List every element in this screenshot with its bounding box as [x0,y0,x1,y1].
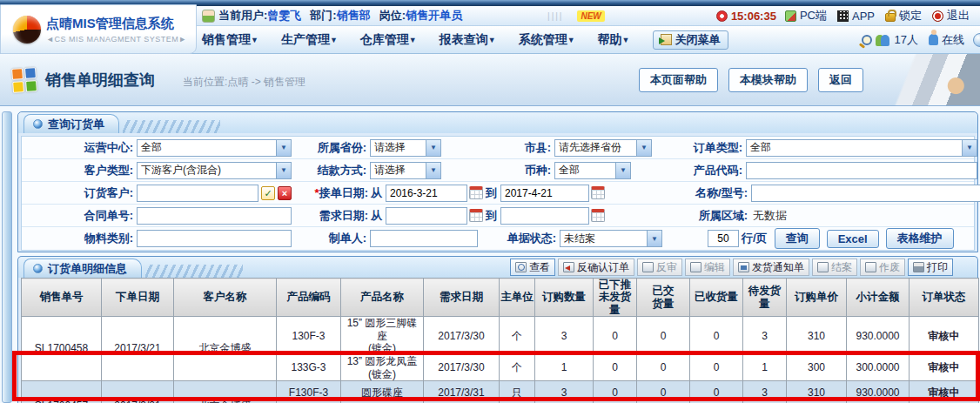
demand-date-from-input[interactable] [386,207,467,225]
cell-unit[interactable]: 个 [500,317,535,355]
table-maintain-button[interactable]: 表格维护 [886,228,954,249]
menu-item-5[interactable]: 帮助▼ [598,32,630,48]
name-model-input[interactable] [751,185,980,202]
lock-label[interactable]: 锁定 [899,8,922,24]
cell-code[interactable]: 133G-3 [277,355,341,381]
toolbar-button-delivery-note[interactable]: 发货通知单 [733,259,809,276]
excel-button[interactable]: Excel [827,230,879,248]
contract-no-input[interactable] [137,207,292,225]
app-label[interactable]: APP [852,10,875,23]
order-customer-input[interactable] [137,185,258,202]
cell-order-no[interactable]: SL1700458 [22,317,102,381]
cell-unit[interactable]: 只 [500,381,535,403]
cell-price[interactable]: 310 [787,317,847,355]
cell-order-date[interactable]: 2017/3/21 [102,381,174,403]
toolbar-button-view[interactable]: 查看 [510,259,555,276]
cell-received[interactable]: 0 [690,381,743,403]
calendar-icon[interactable] [591,186,605,199]
cell-name[interactable]: 圆形碟座 [341,381,424,403]
tab-order-details[interactable]: 订货单明细信息 [23,259,142,278]
cell-order-no[interactable]: SL1700457 [22,381,102,403]
cell-pushed[interactable]: 0 [594,355,637,381]
province-select[interactable]: 请选择 ▼ [370,139,441,157]
payment-method-select[interactable]: 请选择 ▼ [370,162,441,179]
order-type-select[interactable]: 全部 ▼ [746,139,977,157]
logout-label[interactable]: 退出 [947,8,970,24]
online-users-icon[interactable] [876,34,891,46]
cell-qty[interactable]: 1 [535,355,594,381]
table-row[interactable]: SL17004582017/3/21北京金博盛130F-315” 圆形三脚碟座 … [22,317,979,355]
cell-pending[interactable]: 3 [743,317,787,355]
pc-client-label[interactable]: PC端 [800,8,827,24]
cell-name[interactable]: 13” 圆形龙凤盖 (镀金) [341,355,424,381]
header-button-0[interactable]: 本页面帮助 [639,68,718,92]
online-label[interactable]: 在线 [942,32,964,48]
logout-icon[interactable] [932,10,943,22]
cell-customer[interactable]: 北京金博盛 [174,381,277,403]
customer-picker-icon[interactable]: ✓ [261,186,275,200]
cell-pushed[interactable]: 0 [594,381,637,403]
cell-qty[interactable]: 3 [535,381,594,403]
menu-item-3[interactable]: 报表查询▼ [440,32,496,48]
cell-status[interactable]: 审核中 [910,381,979,403]
pc-client-icon[interactable] [785,10,796,22]
app-qr-icon[interactable] [837,10,849,22]
cell-received[interactable]: 0 [690,317,743,355]
toolbar-button-unconfirm-order[interactable]: 反确认订单 [558,259,634,276]
menu-item-1[interactable]: 生产管理▼ [281,32,338,48]
customer-clear-icon[interactable]: × [278,186,292,200]
close-menu-button[interactable]: 关闭菜单 [653,30,728,50]
menu-item-4[interactable]: 系统管理▼ [519,32,575,48]
header-button-1[interactable]: 本模块帮助 [728,68,808,92]
cell-need_date[interactable]: 2017/3/30 [424,317,500,355]
cell-delivered[interactable]: 0 [637,381,690,403]
page-size-input[interactable] [708,230,739,247]
receive-date-to-input[interactable] [500,185,589,202]
online-count[interactable]: 17人 [895,32,918,48]
cell-delivered[interactable]: 0 [637,355,690,381]
cell-need_date[interactable]: 2017/3/31 [424,381,500,403]
cell-pending[interactable]: 3 [743,381,787,403]
menu-item-0[interactable]: 销售管理▼ [202,32,258,48]
cell-subtotal[interactable]: 930.0000 [847,381,910,403]
calendar-icon[interactable] [469,209,483,222]
search-button[interactable]: 查询 [775,228,820,249]
product-code-input[interactable] [746,162,977,179]
city-select[interactable]: 请先选择省份 ▼ [554,139,652,157]
menu-item-2[interactable]: 仓库管理▼ [360,32,417,48]
cell-price[interactable]: 300 [787,355,847,381]
left-splitter-handle[interactable] [2,111,12,403]
cell-code[interactable]: 130F-3 [277,317,341,355]
calendar-icon[interactable] [591,209,605,222]
cell-subtotal[interactable]: 300.0000 [847,355,910,381]
customer-type-select[interactable]: 下游客户(含混合) ▼ [137,162,292,179]
material-category-input[interactable] [137,230,292,247]
currency-select[interactable]: 全部 ▼ [554,162,631,179]
receive-date-from-input[interactable] [386,185,467,202]
cell-pending[interactable]: 1 [743,355,787,381]
cell-pushed[interactable]: 0 [594,317,637,355]
table-row[interactable]: SL17004572017/3/21北京金博盛F130F-3圆形碟座2017/3… [22,381,979,403]
cell-status[interactable]: 审核中 [910,317,979,355]
lock-icon[interactable] [885,13,896,22]
cell-delivered[interactable]: 0 [637,317,690,355]
cell-need_date[interactable]: 2017/3/30 [424,355,500,381]
cell-price[interactable]: 310 [787,381,847,403]
person-icon[interactable] [929,34,938,45]
cell-name[interactable]: 15” 圆形三脚碟座 (镀金) [341,317,424,355]
cell-received[interactable]: 0 [690,355,743,381]
creator-input[interactable] [370,230,478,247]
calendar-icon[interactable] [469,186,483,199]
cell-customer[interactable]: 北京金博盛 [174,317,277,381]
cell-code[interactable]: F130F-3 [277,381,341,403]
cell-qty[interactable]: 3 [535,317,594,355]
cell-subtotal[interactable]: 930.0000 [847,317,910,355]
doc-status-select[interactable]: 未结案 ▼ [560,230,662,247]
search-icon[interactable] [862,35,872,45]
cell-order-date[interactable]: 2017/3/21 [102,317,174,381]
cell-status[interactable]: 审核中 [910,355,979,381]
header-button-2[interactable]: 返回 [818,68,863,92]
operation-center-select[interactable]: 全部 ▼ [137,139,292,157]
demand-date-to-input[interactable] [500,207,589,225]
tab-query-orders[interactable]: 查询订货单 [23,114,119,133]
